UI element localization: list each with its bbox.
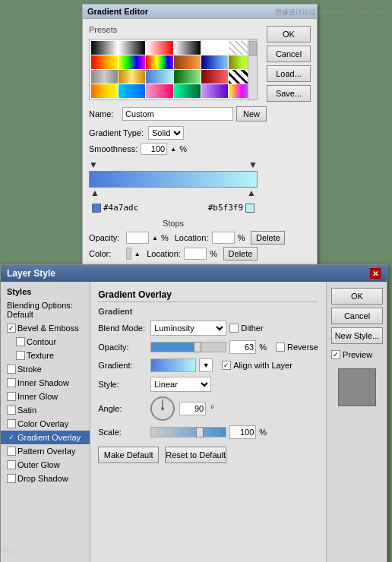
drop-shadow-checkbox[interactable]: [7, 474, 16, 483]
opacity-value-input[interactable]: [229, 340, 256, 354]
preset-item[interactable]: [119, 41, 145, 55]
style-select[interactable]: Linear: [150, 377, 211, 392]
sidebar-item-blending[interactable]: Blending Options: Default: [1, 298, 90, 321]
gradient-load-button[interactable]: Load...: [267, 65, 311, 82]
color-stop-swatch[interactable]: [126, 248, 131, 260]
opacity-input[interactable]: [126, 232, 149, 244]
new-style-button[interactable]: New Style...: [331, 327, 383, 344]
preview-checkbox-label[interactable]: ✓ Preview: [331, 350, 382, 359]
preset-item[interactable]: [201, 41, 228, 55]
opacity-pct: %: [161, 233, 169, 242]
preset-item[interactable]: [146, 70, 172, 84]
reverse-checkbox-label[interactable]: Reverse: [276, 343, 318, 352]
right-color-swatch[interactable]: [245, 204, 254, 213]
sidebar-item-inner-glow[interactable]: Inner Glow: [1, 390, 90, 403]
gradient-dropdown-btn[interactable]: ▼: [199, 358, 213, 372]
sidebar-item-color-overlay[interactable]: Color Overlay: [1, 417, 90, 431]
outer-glow-checkbox[interactable]: [7, 460, 16, 469]
scale-value-input[interactable]: [229, 425, 256, 439]
left-stop-top[interactable]: ▼: [89, 159, 98, 170]
preset-item[interactable]: [174, 84, 201, 98]
gradient-type-select[interactable]: Solid: [148, 126, 184, 140]
make-default-button[interactable]: Make Default: [98, 447, 159, 463]
gradient-preview[interactable]: [150, 358, 196, 372]
opacity-slider-container: %: [150, 340, 267, 354]
opacity-slider[interactable]: [150, 342, 226, 352]
layer-style-cancel-button[interactable]: Cancel: [331, 308, 383, 324]
gradient-cancel-button[interactable]: Cancel: [267, 46, 311, 62]
color-overlay-checkbox[interactable]: [7, 419, 16, 428]
sidebar-item-stroke[interactable]: Stroke: [1, 362, 90, 376]
angle-container: °: [150, 396, 213, 421]
gradient-overlay-checkbox[interactable]: ✓: [7, 433, 16, 442]
location-input2[interactable]: [184, 248, 207, 260]
sidebar-item-pattern-overlay[interactable]: Pattern Overlay: [1, 444, 90, 458]
inner-shadow-checkbox[interactable]: [7, 378, 16, 387]
name-input[interactable]: [122, 107, 233, 121]
angle-dial[interactable]: [150, 396, 175, 421]
align-layer-label[interactable]: ✓ Align with Layer: [222, 361, 292, 370]
preset-item[interactable]: [174, 55, 201, 69]
presets-scrollbar[interactable]: [248, 39, 257, 99]
preset-item[interactable]: [146, 55, 172, 69]
preset-item[interactable]: [201, 55, 228, 69]
preset-item[interactable]: [174, 41, 201, 55]
dither-checkbox[interactable]: [229, 324, 239, 333]
sidebar-item-texture[interactable]: Texture: [1, 349, 90, 362]
preview-checkbox[interactable]: ✓: [331, 350, 340, 359]
new-gradient-button[interactable]: New: [236, 106, 267, 122]
gradient-ok-button[interactable]: OK: [267, 26, 311, 43]
sidebar-item-gradient-overlay[interactable]: ✓ Gradient Overlay: [1, 431, 90, 444]
sidebar-item-styles[interactable]: Styles: [1, 285, 90, 298]
satin-checkbox[interactable]: [7, 406, 16, 415]
sidebar-item-contour[interactable]: Contour: [1, 335, 90, 349]
preset-item[interactable]: [91, 70, 118, 84]
gradient-save-button[interactable]: Save...: [267, 85, 311, 102]
preset-item[interactable]: [174, 70, 201, 84]
preset-item[interactable]: [119, 84, 145, 98]
pattern-overlay-checkbox[interactable]: [7, 447, 16, 456]
left-stop-bottom[interactable]: ▲: [90, 188, 100, 198]
layer-style-ok-button[interactable]: OK: [331, 288, 383, 305]
preset-item[interactable]: [201, 84, 228, 98]
section-title: Gradient Overlay: [98, 289, 318, 302]
contour-checkbox[interactable]: [16, 337, 25, 346]
preset-item[interactable]: [201, 70, 228, 84]
texture-checkbox[interactable]: [16, 351, 25, 360]
delete-btn-2[interactable]: Delete: [223, 247, 258, 260]
preset-item[interactable]: [91, 84, 118, 98]
preset-item[interactable]: [146, 41, 172, 55]
smoothness-stepper-up[interactable]: ▲: [170, 146, 176, 153]
sidebar-item-inner-shadow[interactable]: Inner Shadow: [1, 376, 90, 390]
angle-input[interactable]: [179, 402, 206, 415]
name-label: Name:: [89, 109, 119, 118]
sidebar-item-satin[interactable]: Satin: [1, 403, 90, 417]
preset-item[interactable]: [146, 84, 172, 98]
gradient-bar[interactable]: [89, 171, 258, 188]
layer-style-close-button[interactable]: ✕: [370, 268, 381, 279]
sidebar-item-drop-shadow[interactable]: Drop Shadow: [1, 472, 90, 485]
right-stop-bottom[interactable]: ▲: [247, 188, 256, 198]
reset-default-button[interactable]: Reset to Default: [165, 447, 226, 463]
bevel-checkbox[interactable]: ✓: [7, 324, 16, 333]
dither-checkbox-label[interactable]: Dither: [229, 324, 263, 333]
preset-item[interactable]: [91, 41, 118, 55]
preset-item[interactable]: [91, 55, 118, 69]
sidebar-item-bevel[interactable]: ✓ Bevel & Emboss: [1, 321, 90, 335]
opacity-stepper[interactable]: ▲: [152, 235, 158, 242]
left-color-swatch[interactable]: [92, 204, 101, 213]
preset-item[interactable]: [119, 70, 145, 84]
color-stepper[interactable]: ▲: [134, 251, 141, 257]
preset-item[interactable]: [119, 55, 145, 69]
right-stop-top[interactable]: ▼: [248, 159, 258, 170]
sidebar-item-outer-glow[interactable]: Outer Glow: [1, 458, 90, 472]
blend-mode-select[interactable]: Luminosity: [150, 320, 226, 336]
reverse-checkbox[interactable]: [276, 343, 285, 352]
location-input1[interactable]: [212, 232, 235, 244]
align-layer-checkbox[interactable]: ✓: [222, 361, 231, 370]
smoothness-input[interactable]: [141, 143, 167, 155]
stroke-checkbox[interactable]: [7, 365, 16, 374]
delete-btn-1[interactable]: Delete: [251, 231, 285, 245]
scale-slider[interactable]: [150, 427, 226, 437]
inner-glow-checkbox[interactable]: [7, 392, 16, 401]
